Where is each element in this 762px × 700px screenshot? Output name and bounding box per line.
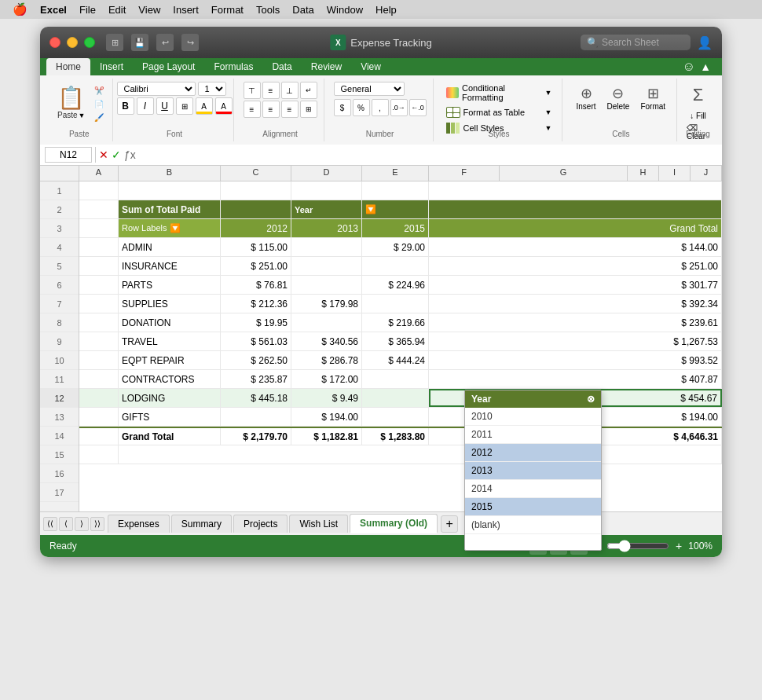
menu-insert[interactable]: Insert	[173, 4, 199, 16]
row-num-9[interactable]: 9	[40, 332, 79, 351]
merge-button[interactable]: ⊞	[300, 101, 317, 118]
paste-dropdown-icon[interactable]: ▼	[79, 112, 86, 119]
cell-e1[interactable]	[362, 181, 429, 200]
cell-admin-2013[interactable]	[291, 238, 362, 256]
cell-a9[interactable]	[79, 332, 119, 350]
cell-a5[interactable]	[79, 257, 119, 275]
row-num-14[interactable]: 14	[40, 427, 79, 445]
cell-a7[interactable]	[79, 295, 119, 313]
cell-lodging-2015[interactable]	[362, 389, 429, 407]
cell-d1[interactable]	[291, 181, 362, 200]
cell-parts-2012[interactable]: $ 76.81	[221, 276, 291, 294]
user-icon[interactable]: 👤	[697, 35, 713, 50]
row-num-13[interactable]: 13	[40, 408, 79, 427]
col-header-grand-total[interactable]: Grand Total	[429, 219, 722, 237]
cell-contractors-2012[interactable]: $ 235.87	[221, 370, 291, 388]
cell-admin-2012[interactable]: $ 115.00	[221, 238, 291, 256]
cell-grandtotal-2012[interactable]: $ 2,179.70	[221, 428, 291, 445]
copy-button[interactable]: 📄	[92, 98, 106, 110]
row-num-7[interactable]: 7	[40, 295, 79, 313]
cell-f2[interactable]	[429, 200, 722, 218]
cell-eqpt-2013[interactable]: $ 286.78	[291, 351, 362, 369]
conditional-formatting-button[interactable]: Conditional Formatting ▼	[443, 82, 555, 104]
cell-parts-label[interactable]: PARTS	[119, 276, 221, 294]
cell-b15[interactable]	[119, 445, 722, 464]
row-num-10[interactable]: 10	[40, 351, 79, 370]
increase-decimal-button[interactable]: .0→	[390, 99, 408, 116]
menu-window[interactable]: Window	[327, 4, 363, 16]
slicer-clear-button[interactable]: ⊗	[587, 394, 595, 405]
redo-icon[interactable]: ↪	[181, 34, 199, 51]
zoom-plus-icon[interactable]: +	[676, 540, 682, 552]
cell-donation-2015[interactable]: $ 219.66	[362, 313, 429, 332]
align-top-button[interactable]: ⊤	[244, 82, 261, 99]
cell-travel-2012[interactable]: $ 561.03	[221, 332, 291, 350]
cell-a3[interactable]	[79, 219, 119, 237]
cell-insurance-2015[interactable]	[362, 257, 429, 275]
cell-a4[interactable]	[79, 238, 119, 256]
formula-input[interactable]	[139, 148, 717, 162]
cell-supplies-2012[interactable]: $ 212.36	[221, 295, 291, 313]
cell-c1[interactable]	[221, 181, 291, 200]
insert-cells-button[interactable]: ⊕ Insert	[572, 82, 601, 114]
sheet-tab-projects[interactable]: Projects	[233, 515, 288, 533]
tab-data[interactable]: Data	[262, 58, 301, 75]
autosum-button[interactable]: Σ	[688, 82, 709, 108]
comma-button[interactable]: ,	[372, 99, 389, 116]
sheet-tab-summary-old[interactable]: Summary (Old)	[350, 514, 438, 533]
cell-travel-2015[interactable]: $ 365.94	[362, 332, 429, 350]
bold-button[interactable]: B	[117, 97, 134, 115]
number-format-select[interactable]: General	[334, 82, 405, 96]
menu-file[interactable]: File	[79, 4, 96, 16]
menu-edit[interactable]: Edit	[108, 4, 126, 16]
fill-button[interactable]: ↓ Fill	[690, 112, 706, 120]
align-center-button[interactable]: ≡	[262, 101, 280, 118]
cell-contractors-2013[interactable]: $ 172.00	[291, 370, 362, 388]
col-header-row-labels[interactable]: Row Labels 🔽	[119, 219, 221, 237]
cell-travel-total[interactable]: $ 1,267.53	[429, 332, 722, 350]
pivot-header-c2[interactable]	[221, 200, 291, 218]
sheet-nav-prev[interactable]: ⟨	[59, 517, 73, 531]
row-num-5[interactable]: 5	[40, 257, 79, 276]
align-left-button[interactable]: ≡	[244, 101, 261, 118]
cell-travel-2013[interactable]: $ 340.56	[291, 332, 362, 350]
tab-insert[interactable]: Insert	[90, 58, 133, 75]
cell-insurance-total[interactable]: $ 251.00	[429, 257, 722, 275]
close-button[interactable]	[49, 37, 60, 48]
italic-button[interactable]: I	[137, 97, 154, 115]
menu-view[interactable]: View	[138, 4, 160, 16]
cancel-formula-icon[interactable]: ✕	[99, 148, 108, 161]
ribbon-collapse-icon[interactable]: ▲	[700, 60, 711, 73]
sheet-nav-next[interactable]: ⟩	[75, 517, 89, 531]
cell-grandtotal-label[interactable]: Grand Total	[119, 428, 221, 445]
cell-grandtotal-2013[interactable]: $ 1,182.81	[291, 428, 362, 445]
cell-a11[interactable]	[79, 370, 119, 388]
pivot-header[interactable]: Sum of Total Paid	[119, 200, 221, 218]
col-header-b[interactable]: B	[119, 166, 221, 181]
search-bar[interactable]: 🔍 Search Sheet	[581, 35, 691, 50]
format-cells-button[interactable]: ⊞ Format	[636, 82, 670, 114]
cell-supplies-2015[interactable]	[362, 295, 429, 313]
sheet-tab-summary[interactable]: Summary	[171, 515, 232, 533]
maximize-button[interactable]	[84, 37, 95, 48]
cell-b1[interactable]	[119, 181, 221, 200]
underline-button[interactable]: U	[156, 97, 174, 115]
cell-supplies-total[interactable]: $ 392.34	[429, 295, 722, 313]
row-num-2[interactable]: 2	[40, 200, 79, 219]
font-size-select[interactable]: 11	[198, 82, 226, 96]
row-num-11[interactable]: 11	[40, 370, 79, 389]
menu-data[interactable]: Data	[292, 4, 313, 16]
pivot-filter-icon[interactable]: 🔽	[362, 200, 429, 218]
cell-a8[interactable]	[79, 313, 119, 332]
cell-gifts-2015[interactable]	[362, 408, 429, 426]
cell-a12[interactable]	[79, 389, 119, 407]
col-header-2015[interactable]: 2015	[362, 219, 429, 237]
cell-gifts-2012[interactable]	[221, 408, 291, 426]
cell-lodging-label[interactable]: LODGING	[119, 389, 221, 407]
menu-format[interactable]: Format	[211, 4, 244, 16]
col-header-2012[interactable]: 2012	[221, 219, 291, 237]
delete-cells-button[interactable]: ⊖ Delete	[603, 82, 635, 114]
cell-eqpt-2015[interactable]: $ 444.24	[362, 351, 429, 369]
font-color-button[interactable]: A	[215, 97, 233, 115]
col-header-f[interactable]: F	[429, 166, 500, 181]
